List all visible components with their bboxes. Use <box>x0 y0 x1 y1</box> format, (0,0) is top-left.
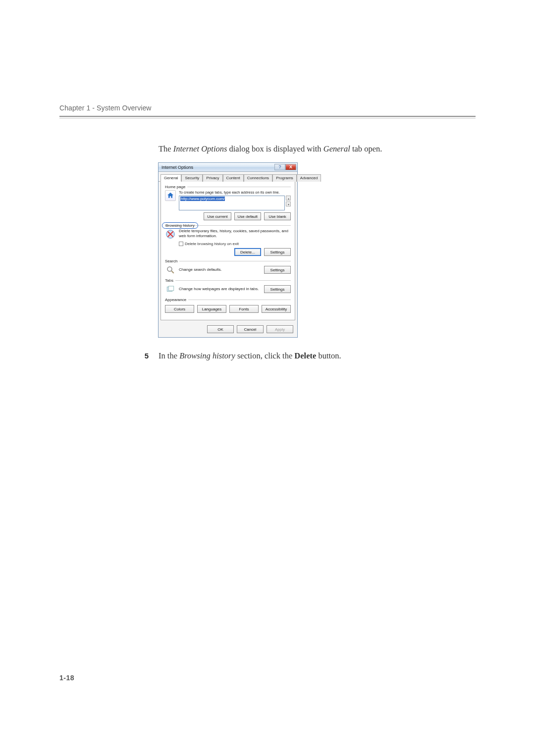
dialog-screenshot: Internet Options ? X General Security Pr… <box>159 163 476 337</box>
home-hint: To create home page tabs, type each addr… <box>179 190 291 195</box>
group-appearance: Appearance Colors Languages Fonts Access… <box>165 298 291 313</box>
apply-button[interactable]: Apply <box>267 325 293 333</box>
tabs-settings-button[interactable]: Settings <box>264 285 291 293</box>
tab-content[interactable]: Content <box>223 174 244 182</box>
step-bold: Delete <box>294 351 316 360</box>
tabs-row: General Security Privacy Content Connect… <box>159 174 297 182</box>
home-page-label: Home page <box>165 185 187 189</box>
step-pre: In the <box>159 351 179 360</box>
delete-button[interactable]: Delete... <box>234 248 261 256</box>
languages-button[interactable]: Languages <box>197 305 226 313</box>
titlebar-close-button[interactable]: X <box>285 164 296 170</box>
delete-on-exit-checkbox[interactable] <box>179 242 183 246</box>
ok-button[interactable]: OK <box>207 325 234 333</box>
search-icon <box>165 264 176 275</box>
intro-italic-2: General <box>323 144 350 153</box>
delete-on-exit-label: Delete browsing history on exit <box>185 242 239 246</box>
step-text: In the Browsing history section, click t… <box>159 351 341 361</box>
use-current-button[interactable]: Use current <box>204 212 231 220</box>
use-blank-button[interactable]: Use blank <box>264 212 291 220</box>
tab-connections[interactable]: Connections <box>244 174 272 182</box>
intro-paragraph: The Internet Options dialog box is displ… <box>159 144 476 154</box>
home-url-input[interactable]: http://www.polycom.com/ <box>179 196 285 210</box>
intro-pre: The <box>159 144 173 153</box>
accessibility-button[interactable]: Accessibility <box>262 305 291 313</box>
step-italic: Browsing history <box>179 351 235 360</box>
history-settings-button[interactable]: Settings <box>264 248 291 256</box>
dialog-body: General Security Privacy Content Connect… <box>159 172 297 337</box>
intro-mid: dialog box is displayed with <box>227 144 323 153</box>
svg-point-1 <box>167 267 172 271</box>
step-5: 5 In the Browsing history section, click… <box>139 351 476 361</box>
group-search: Search Change search defaults. Settings <box>165 259 291 275</box>
cancel-button[interactable]: Cancel <box>237 325 264 333</box>
search-settings-button[interactable]: Settings <box>264 266 291 274</box>
fonts-button[interactable]: Fonts <box>229 305 259 313</box>
page-number: 1-18 <box>59 674 74 682</box>
tab-privacy[interactable]: Privacy <box>203 174 222 182</box>
step-mid: section, click the <box>235 351 295 360</box>
titlebar-help-button[interactable]: ? <box>274 164 285 170</box>
search-label: Search <box>165 259 179 263</box>
home-url-spin[interactable]: ▴▾ <box>286 196 291 210</box>
tabs-label: Tabs <box>165 278 175 283</box>
dialog-footer: OK Cancel Apply <box>159 322 297 337</box>
history-desc: Delete temporary files, history, cookies… <box>179 229 291 238</box>
history-icon <box>165 229 176 240</box>
group-home-page: Home page To create home page tabs, type… <box>165 185 291 220</box>
group-browsing-history: Browsing history Browsing history Delete… <box>165 223 291 256</box>
tab-panel-general: Home page To create home page tabs, type… <box>160 182 295 320</box>
tab-general[interactable]: General <box>160 174 181 182</box>
tab-security[interactable]: Security <box>181 174 203 182</box>
tab-programs[interactable]: Programs <box>272 174 297 182</box>
header-rule-thin <box>59 118 476 118</box>
header-rule-thick <box>59 116 476 117</box>
home-url-value: http://www.polycom.com/ <box>180 197 225 201</box>
chapter-header: Chapter 1 - System Overview <box>59 104 476 112</box>
svg-rect-4 <box>168 286 174 291</box>
group-tabs: Tabs Change how webpages are displayed i… <box>165 278 291 295</box>
internet-options-dialog: Internet Options ? X General Security Pr… <box>159 163 297 337</box>
step-number: 5 <box>139 352 149 360</box>
intro-post: tab open. <box>350 144 382 153</box>
use-default-button[interactable]: Use default <box>234 212 261 220</box>
colors-button[interactable]: Colors <box>165 305 194 313</box>
svg-line-2 <box>171 271 174 273</box>
tabs-desc: Change how webpages are displayed in tab… <box>179 287 261 292</box>
tabs-icon <box>165 284 176 295</box>
search-desc: Change search defaults. <box>179 267 261 272</box>
home-icon <box>165 190 176 201</box>
dialog-title: Internet Options <box>161 165 193 170</box>
titlebar: Internet Options ? X <box>159 163 297 172</box>
step-post: button. <box>316 351 341 360</box>
intro-italic-1: Internet Options <box>173 144 227 153</box>
appearance-label: Appearance <box>165 298 188 302</box>
tab-advanced[interactable]: Advanced <box>297 174 321 182</box>
